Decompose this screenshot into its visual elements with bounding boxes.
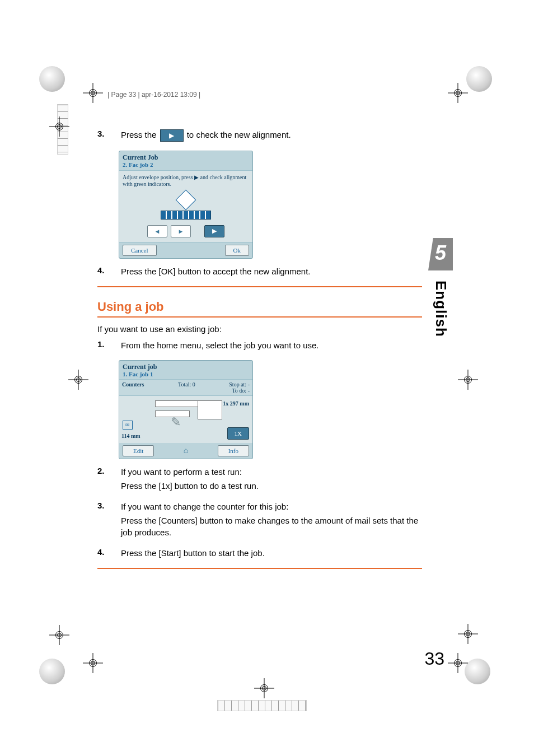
counters-button[interactable]: Counters [122, 381, 144, 394]
step-text: Press the [121, 130, 159, 139]
print-ruler-vertical [57, 104, 68, 155]
step-body: If you want to change the counter for th… [121, 501, 422, 540]
registration-mark-icon [83, 653, 103, 673]
registration-mark-icon [83, 83, 103, 103]
dialog-subtitle: 2. Fac job 2 [123, 161, 249, 169]
envelope-width-label: 114 mm [121, 433, 140, 439]
step-body: Press the ▶ to check the new alignment. [121, 129, 422, 144]
registration-mark-icon [458, 624, 478, 644]
step-item: 3. Press the ▶ to check the new alignmen… [97, 129, 422, 144]
dialog-subtitle: 1. Fac job 1 [123, 371, 249, 378]
chapter-number: 5 [428, 238, 453, 270]
screenshot-alignment-dialog: Current Job 2. Fac job 2 Adjust envelope… [119, 151, 253, 259]
edit-button[interactable]: Edit [123, 445, 154, 456]
step-text: Press the [Start] button to start the jo… [121, 547, 422, 559]
print-disc [39, 659, 65, 684]
section-heading: Using a job [97, 300, 422, 318]
step-number: 1. [97, 339, 110, 353]
step-body: If you want to perform a test run: Press… [121, 466, 422, 494]
step-item: 4. Press the [Start] button to start the… [97, 547, 422, 561]
stopat-label: Stop at: [229, 381, 246, 388]
page-header-meta: | Page 33 | apr-16-2012 13:09 | [107, 91, 200, 99]
screenshot-job-home: Current job 1. Fac job 1 Counters Total:… [119, 360, 253, 460]
language-label: English [432, 281, 449, 337]
info-button[interactable]: Info [218, 445, 249, 456]
step-text: Press the [1x] button to do a test run. [121, 480, 422, 492]
stopat-value: - [248, 381, 250, 388]
registration-mark-icon [458, 370, 478, 390]
dialog-title: Current job [123, 363, 249, 371]
print-disc [465, 659, 490, 684]
step-item: 3. If you want to change the counter for… [97, 501, 422, 540]
step-number: 3. [97, 129, 110, 144]
step-body: Press the [Start] button to start the jo… [121, 547, 422, 561]
page-number: 33 [424, 648, 444, 669]
step-text: Press the [OK] button to accept the new … [121, 265, 422, 277]
step-item: 2. If you want to perform a test run: Pr… [97, 466, 422, 494]
arrow-right-button[interactable]: ► [171, 225, 191, 237]
paper-icon [198, 400, 222, 419]
total-label: Total: [178, 381, 191, 388]
print-disc [466, 66, 492, 92]
step-item: 1. From the home menu, select the job yo… [97, 339, 422, 353]
section-divider [97, 568, 422, 569]
step-number: 2. [97, 466, 110, 494]
play-button[interactable]: ▶ [204, 225, 224, 237]
step-body: Press the [OK] button to accept the new … [121, 265, 422, 279]
registration-mark-icon [448, 83, 468, 103]
step-text: If you want to perform a test run: [121, 466, 422, 478]
arrow-left-button[interactable]: ◄ [147, 225, 167, 237]
step-text: From the home menu, select the job you w… [121, 339, 422, 351]
dialog-instruction: Adjust envelope position, press ▶ and ch… [123, 174, 249, 188]
one-x-button[interactable]: 1X [227, 427, 249, 440]
play-icon[interactable]: ▶ [160, 129, 184, 142]
step-number: 4. [97, 265, 110, 279]
paper-size-label: 1x 297 mm [223, 400, 249, 407]
section-divider [97, 286, 422, 287]
home-icon[interactable]: ⌂ [177, 445, 194, 456]
registration-mark-icon [68, 370, 88, 390]
registration-mark-icon [49, 625, 69, 645]
alignment-diamond-icon [176, 189, 196, 210]
envelope-icon: ✉ [123, 421, 133, 430]
chapter-side-tab: 5 English [428, 238, 453, 361]
total-value: 0 [193, 381, 195, 388]
alignment-strip-icon [161, 211, 211, 220]
step-text: to check the new alignment. [187, 130, 291, 139]
cancel-button[interactable]: Cancel [123, 245, 157, 256]
tray-icon [155, 400, 200, 407]
step-text: If you want to change the counter for th… [121, 501, 422, 512]
page-content: 3. Press the ▶ to check the new alignmen… [97, 129, 422, 573]
step-item: 4. Press the [OK] button to accept the n… [97, 265, 422, 279]
todo-label: To do: [232, 388, 246, 394]
dialog-title: Current Job [123, 153, 249, 161]
step-number: 4. [97, 547, 110, 561]
pencil-icon: ✎ [171, 415, 181, 430]
step-text: Press the [Counters] button to make chan… [121, 515, 422, 538]
todo-value: - [248, 388, 250, 394]
ok-button[interactable]: Ok [225, 245, 249, 256]
print-disc [39, 66, 65, 92]
registration-mark-icon [254, 678, 274, 698]
step-number: 3. [97, 501, 110, 540]
step-body: From the home menu, select the job you w… [121, 339, 422, 353]
intro-text: If you want to use an existing job: [97, 324, 422, 334]
print-ruler-horizontal [217, 700, 307, 711]
